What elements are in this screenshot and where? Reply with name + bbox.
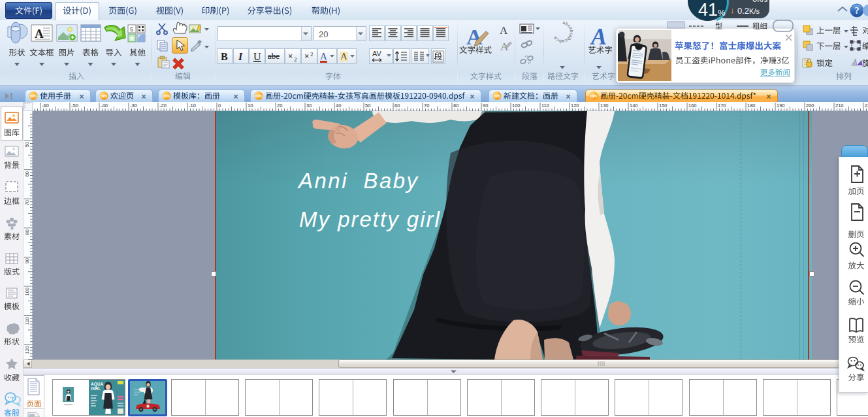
svg-text:GIRL: GIRL: [91, 386, 101, 391]
svg-text:My pretty girl: My pretty girl: [299, 207, 441, 231]
svg-text:Anni Baby: Anni Baby: [297, 169, 419, 193]
